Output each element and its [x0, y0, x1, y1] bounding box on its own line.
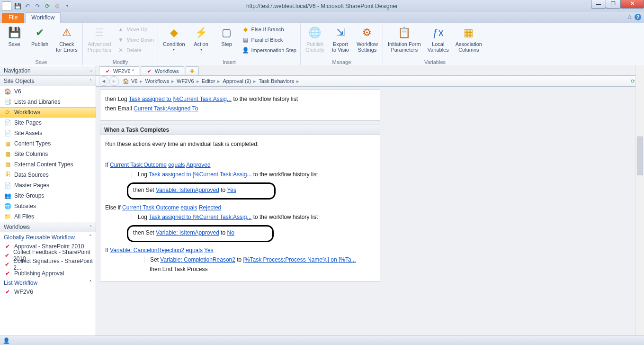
minimize-button[interactable]	[591, 0, 606, 9]
navigation-header[interactable]: Navigation‹	[0, 65, 96, 76]
site-object-item[interactable]: 📄Master Pages	[0, 180, 96, 191]
scrollbar-thumb[interactable]	[637, 136, 643, 175]
condition-operator-link[interactable]: equals	[186, 247, 203, 254]
if-condition-row[interactable]: If Current Task:Outcome equals Approved	[105, 162, 375, 168]
site-object-item[interactable]: 👥Site Groups	[0, 191, 96, 201]
site-object-item[interactable]: 📄Site Assets	[0, 128, 96, 138]
workflows-header[interactable]: Workflows˄	[0, 222, 96, 232]
condition-field-link[interactable]: Current Task:Outcome	[122, 204, 179, 211]
vertical-scrollbar[interactable]	[635, 65, 644, 336]
breadcrumb-item[interactable]: Task Behaviors	[258, 78, 295, 84]
parallel-block-button[interactable]: ▤Parallel Block	[240, 35, 298, 45]
end-task-process[interactable]: then End Task Process	[144, 266, 375, 272]
breadcrumb-item[interactable]: WF2V6	[176, 78, 195, 84]
initiation-params-button[interactable]: 📋Initiation Form Parameters	[385, 24, 424, 54]
site-object-icon: ▦	[4, 140, 11, 147]
workflow-item[interactable]: ✔Collect Signatures - SharePoint 2...	[0, 260, 96, 269]
doc-tab-workflows[interactable]: ✔Workflows	[141, 66, 184, 75]
breadcrumb-item[interactable]: Editor	[201, 78, 216, 84]
navigation-pane: Navigation‹ Site Objects˄ 🏠V6📑Lists and …	[0, 65, 96, 336]
value-link[interactable]: Yes	[227, 187, 236, 193]
variable-link[interactable]: Variable: IsItemApproved	[156, 229, 219, 236]
site-object-item[interactable]: 📑Lists and Libraries	[0, 97, 96, 107]
else-if-branch-button[interactable]: ◆Else-If Branch	[240, 24, 298, 35]
value-link[interactable]: [%Task Process:Process Name%] on [%Ta...	[243, 256, 356, 263]
condition-value-link[interactable]: Yes	[204, 247, 214, 254]
condition-value-link[interactable]: Rejected	[199, 204, 221, 211]
nav-back-button[interactable]: ◄	[99, 76, 108, 86]
ribbon-group-label: Variables	[385, 59, 485, 66]
ribbon-group-save: 💾Save ✔Publish ⚠Check for Errors Save	[0, 23, 83, 66]
condition-operator-link[interactable]: equals	[180, 204, 197, 211]
panel-header[interactable]: When a Task Completes	[100, 125, 380, 135]
breadcrumb-item[interactable]: Approval (9)	[222, 78, 252, 84]
condition-field-link[interactable]: Variable: CancelonRejection2	[110, 247, 184, 254]
system-menu-icon[interactable]	[2, 1, 11, 11]
qat-redo-icon[interactable]: ↷	[33, 2, 42, 10]
site-object-item[interactable]: ▦Content Types	[0, 138, 96, 149]
condition-value-link[interactable]: Approved	[186, 162, 210, 168]
tab-file[interactable]: File	[2, 13, 24, 23]
publish-button[interactable]: ✔Publish	[27, 24, 52, 48]
email-recipient-link[interactable]: Current Task:Assigned To	[134, 105, 198, 112]
variable-link[interactable]: Variable: IsItemApproved	[156, 187, 219, 193]
workflow-item[interactable]: ✔WF2V6	[0, 287, 96, 296]
elseif-condition-row[interactable]: Else if Current Task:Outcome equals Reje…	[105, 204, 375, 211]
site-object-item[interactable]: 🗄Data Sources	[0, 170, 96, 180]
qat-stop-icon[interactable]: ⊘	[53, 2, 62, 10]
refresh-icon[interactable]: ⟳	[631, 78, 635, 84]
list-workflow-category[interactable]: List Workflow˄	[0, 278, 96, 287]
help-icon[interactable]: ?	[635, 14, 641, 20]
variable-link[interactable]: Variable: CompletionReason2	[160, 256, 235, 263]
close-button[interactable]: ✕	[620, 0, 644, 9]
workflow-editor[interactable]: then Log Task assigned to [%Current Task…	[96, 87, 644, 336]
action-text: then Log	[105, 96, 129, 102]
site-objects-header[interactable]: Site Objects˄	[0, 76, 96, 86]
log-message-link[interactable]: Task assigned to [%Current Task:Assig...	[149, 171, 251, 178]
site-object-item[interactable]: 📄Site Pages	[0, 118, 96, 128]
site-object-icon: 📑	[4, 98, 11, 106]
site-object-item[interactable]: ⟳Workflows	[0, 107, 96, 118]
site-object-item[interactable]: ▦External Content Types	[0, 159, 96, 170]
condition-button[interactable]: ◆Condition▾	[160, 24, 188, 54]
site-object-item[interactable]: ▦Site Columns	[0, 149, 96, 159]
condition-operator-link[interactable]: equals	[168, 162, 185, 168]
move-up-icon: ▲	[117, 26, 125, 33]
save-button[interactable]: 💾Save	[2, 24, 27, 48]
site-object-item[interactable]: 📁All Files	[0, 211, 96, 222]
step-button[interactable]: ▢Step	[215, 24, 239, 48]
maximize-button[interactable]: ❐	[606, 0, 621, 9]
check-errors-button[interactable]: ⚠Check for Errors	[53, 24, 80, 54]
action-text: then Email	[105, 105, 134, 112]
globally-reusable-category[interactable]: Globally Reusable Workflow˄	[0, 232, 96, 242]
settings-icon: ⚙	[359, 25, 375, 40]
home-icon[interactable]: 🏠	[123, 78, 129, 84]
log-message-link[interactable]: Task assigned to [%Current Task:Assig...	[149, 214, 251, 220]
workflow-settings-button[interactable]: ⚙Workflow Settings	[354, 24, 381, 54]
nav-forward-button[interactable]: ►	[109, 76, 119, 86]
value-link[interactable]: No	[227, 229, 234, 236]
condition-field-link[interactable]: Current Task:Outcome	[110, 162, 167, 168]
impersonation-step-button[interactable]: 👤Impersonation Step	[240, 45, 298, 55]
breadcrumb-item[interactable]: V6	[130, 78, 138, 84]
breadcrumb-item[interactable]: Workflows	[144, 78, 170, 84]
qat-save-icon[interactable]: 💾	[13, 2, 22, 10]
if-condition-row[interactable]: If Variable: CancelonRejection2 equals Y…	[105, 247, 375, 254]
doc-tab-new[interactable]: ✚	[186, 66, 199, 75]
doc-tab-wf2v6[interactable]: ✔WF2V6 *	[99, 66, 139, 75]
local-variables-button[interactable]: ƒxLocal Variables	[425, 24, 452, 54]
qat-refresh-icon[interactable]: ⟳	[43, 2, 52, 10]
site-object-item[interactable]: 🏠V6	[0, 86, 96, 97]
ribbon-group-insert: ◆Condition▾ ⚡Action▾ ▢Step ◆Else-If Bran…	[158, 23, 301, 66]
site-object-item[interactable]: 🌐Subsites	[0, 201, 96, 211]
tab-workflow[interactable]: Workflow	[25, 12, 61, 23]
action-button[interactable]: ⚡Action▾	[189, 24, 214, 54]
qat-undo-icon[interactable]: ↶	[23, 2, 32, 10]
qat-dropdown-icon[interactable]: ▼	[63, 2, 72, 10]
ribbon-minimize-icon[interactable]: △	[628, 14, 632, 20]
association-columns-button[interactable]: ▦Association Columns	[453, 24, 485, 54]
status-user-icon: 👤	[3, 337, 10, 344]
export-visio-button[interactable]: ⇲Export to Visio	[328, 24, 353, 54]
step-icon: ▢	[219, 25, 234, 40]
log-message-link[interactable]: Task assigned to [%Current Task:Assig...	[129, 96, 232, 102]
